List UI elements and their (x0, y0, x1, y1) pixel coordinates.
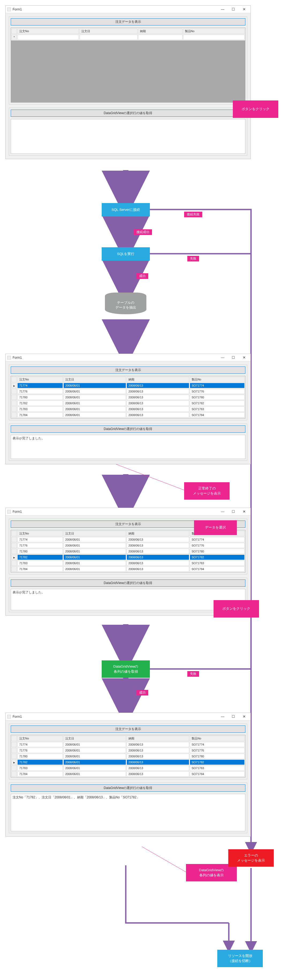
table-row[interactable]: 717842008/06/012008/06/13SO71784 (11, 412, 245, 418)
table-row[interactable]: 717832008/06/012008/06/13SO71783 (11, 406, 245, 412)
maximize-button[interactable]: ☐ (228, 509, 239, 515)
minimize-button[interactable]: — (217, 6, 228, 12)
maximize-button[interactable]: ☐ (228, 6, 239, 12)
show-data-button[interactable]: 注文データを表示 (11, 366, 245, 374)
close-button[interactable]: ✕ (239, 509, 249, 515)
table-row[interactable]: 717822008/06/012008/06/13SO71782 (11, 555, 245, 560)
table-row[interactable]: 717802008/06/012008/06/13SO71780 (11, 549, 245, 554)
table-row[interactable]: 717822008/06/012008/06/13SO71782 (11, 401, 245, 406)
col-header[interactable]: 注文No (17, 29, 79, 34)
maximize-button[interactable]: ☐ (228, 714, 239, 720)
titlebar: Form1 — ☐ ✕ (6, 6, 250, 13)
col-header[interactable]: 納期 (127, 377, 189, 382)
output-textbox[interactable] (11, 119, 245, 154)
data-grid[interactable]: 注文No 注文日 納期 製品No * (11, 28, 245, 41)
form2-window: Form1 — ☐ ✕ 注文データを表示 注文No注文日納期製品No717742… (5, 354, 251, 464)
col-header[interactable]: 製品No (190, 377, 245, 382)
col-header[interactable]: 製品No (183, 29, 245, 34)
table-row[interactable]: 717762008/06/012008/06/13SO71776 (11, 748, 245, 753)
data-grid[interactable]: 注文No注文日納期製品No717742008/06/012008/06/13SO… (11, 376, 245, 418)
label-select-data: データを選択 (194, 520, 237, 535)
window-title: Form1 (13, 356, 22, 360)
label-normal-end: 正常終了の メッセージを表示 (184, 482, 230, 500)
col-header[interactable]: 注文日 (63, 736, 126, 741)
titlebar: Form1 — ☐ ✕ (6, 508, 250, 515)
table-row[interactable]: 717802008/06/012008/06/13SO71780 (11, 395, 245, 400)
label-click-button-2: ボタンをクリック (214, 600, 259, 617)
show-data-button[interactable]: 注文データを表示 (11, 725, 245, 733)
label-fail-2: 失敗 (187, 671, 199, 677)
get-selected-button[interactable]: DataGridViewの選択行の値を取得 (11, 110, 245, 117)
col-header[interactable]: 注文No (17, 736, 63, 741)
col-header[interactable]: 注文日 (63, 377, 126, 382)
table-row[interactable]: 717822008/06/012008/06/13SO71782 (11, 759, 245, 765)
step-extract: テーブルの データを抽出 (105, 296, 146, 314)
close-button[interactable]: ✕ (239, 714, 249, 720)
svg-line-14 (142, 846, 186, 872)
get-selected-button[interactable]: DataGridViewの選択行の値を取得 (11, 579, 245, 587)
output-textbox[interactable]: 表示が完了しました。 (11, 435, 245, 459)
data-grid[interactable]: 注文No注文日納期製品No717742008/06/012008/06/13SO… (11, 735, 245, 778)
minimize-button[interactable]: — (217, 509, 228, 515)
label-ok: 成功 (136, 273, 148, 279)
form1-window: Form1 — ☐ ✕ 注文データを表示 注文No 注文日 納期 製品No * … (5, 5, 251, 159)
label-click-button: ボタンをクリック (233, 100, 278, 118)
table-row[interactable]: 717832008/06/012008/06/13SO71783 (11, 560, 245, 566)
table-row[interactable]: 717742008/06/012008/06/13SO71774 (11, 383, 245, 388)
window-title: Form1 (13, 8, 22, 11)
window-title: Form1 (13, 715, 22, 719)
col-header[interactable]: 納期 (127, 736, 189, 741)
close-button[interactable]: ✕ (239, 6, 249, 12)
table-row[interactable]: 717832008/06/012008/06/13SO71783 (11, 765, 245, 771)
app-icon (7, 356, 11, 360)
output-textbox[interactable]: 注文No「71782」、注文日「2008/06/01」、納期「2008/06/1… (11, 794, 245, 831)
label-conn-fail: 接続失敗 (184, 212, 202, 217)
form4-window: Form1 — ☐ ✕ 注文データを表示 注文No注文日納期製品No717742… (5, 713, 251, 837)
table-row[interactable]: 717762008/06/012008/06/13SO71776 (11, 543, 245, 548)
col-header[interactable]: 納期 (138, 29, 182, 34)
show-data-button[interactable]: 注文データを表示 (11, 18, 245, 25)
col-header[interactable]: 注文日 (79, 29, 137, 34)
app-icon (7, 510, 11, 514)
label-fail: 失敗 (187, 256, 199, 261)
label-ok-2: 成功 (136, 690, 148, 695)
app-icon (7, 715, 11, 719)
minimize-button[interactable]: — (217, 714, 228, 720)
table-row[interactable]: 717742008/06/012008/06/13SO71774 (11, 537, 245, 542)
titlebar: Form1 — ☐ ✕ (6, 354, 250, 361)
table-row[interactable]: 717842008/06/012008/06/13SO71784 (11, 771, 245, 777)
close-button[interactable]: ✕ (239, 355, 249, 361)
label-conn-ok: 接続成功 (134, 229, 152, 235)
table-row[interactable]: 717842008/06/012008/06/13SO71784 (11, 566, 245, 572)
get-selected-button[interactable]: DataGridViewの選択行の値を取得 (11, 784, 245, 792)
table-row[interactable]: 717802008/06/012008/06/13SO71780 (11, 754, 245, 759)
col-header[interactable]: 注文No (17, 377, 63, 382)
col-header[interactable]: 製品No (190, 736, 245, 741)
data-grid[interactable]: 注文No注文日納期製品No717742008/06/012008/06/13SO… (11, 530, 245, 573)
table-row[interactable]: 717762008/06/012008/06/13SO71776 (11, 389, 245, 394)
col-header[interactable]: 注文日 (63, 531, 126, 536)
minimize-button[interactable]: — (217, 355, 228, 361)
titlebar: Form1 — ☐ ✕ (6, 713, 250, 721)
col-header[interactable]: 注文No (17, 531, 63, 536)
table-row[interactable]: 717742008/06/012008/06/13SO71774 (11, 742, 245, 747)
get-selected-button[interactable]: DataGridViewの選択行の値を取得 (11, 425, 245, 433)
maximize-button[interactable]: ☐ (228, 355, 239, 361)
step-sql-exec: SQLを実行 (102, 247, 150, 261)
step-sql-connect: SQL Serverに接続 (102, 203, 150, 216)
step-release: リソースを開放 （接続を切断） (217, 950, 263, 967)
col-header[interactable]: 納期 (127, 531, 189, 536)
step-get-values: DataGridViewの 各列の値を取得 (102, 660, 150, 678)
step-error-message: エラーの メッセージを表示 (228, 849, 274, 867)
window-title: Form1 (13, 510, 22, 514)
app-icon (7, 8, 11, 11)
output-textbox[interactable]: 表示が完了しました。 (11, 589, 245, 610)
